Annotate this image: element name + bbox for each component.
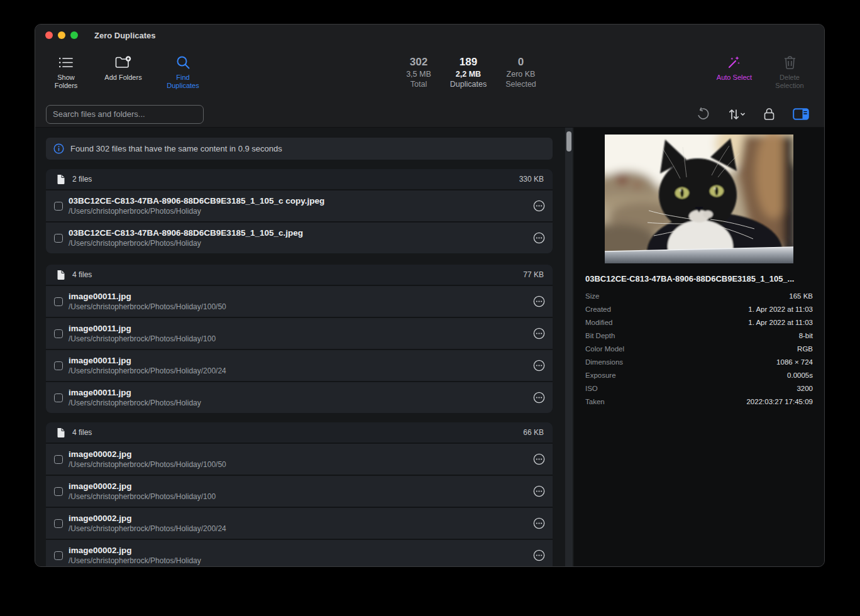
group-file-count: 4 files [72, 270, 92, 279]
file-info: image00011.jpg/Users/christopherbrock/Ph… [69, 292, 226, 311]
metadata-row: Size165 KB [585, 289, 813, 302]
file-name: image00002.jpg [69, 481, 216, 491]
metadata-label: Taken [585, 398, 605, 405]
stat-selected-count: 0 [518, 56, 524, 69]
minimize-button[interactable] [58, 31, 65, 39]
find-duplicates-label: Find Duplicates [161, 74, 205, 90]
file-info: image00011.jpg/Users/christopherbrock/Ph… [69, 356, 226, 375]
file-name: 03BC12CE-C813-47BA-8906-88D6CB9E3185_1_1… [69, 196, 324, 206]
add-folders-label: Add Folders [104, 74, 141, 82]
file-row[interactable]: image00011.jpg/Users/christopherbrock/Ph… [46, 286, 553, 317]
details-panel: 03BC12CE-C813-47BA-8906-88D6CB9E3185_1_1… [574, 128, 824, 567]
add-folders-button[interactable]: Add Folders [94, 55, 152, 90]
more-options-icon[interactable] [533, 232, 545, 244]
show-folders-button[interactable]: Show Folders [47, 55, 85, 90]
file-checkbox[interactable] [54, 361, 63, 370]
file-path: /Users/christopherbrock/Photos/Holiday [69, 207, 324, 216]
find-duplicates-button[interactable]: Find Duplicates [161, 55, 205, 90]
metadata-label: Bit Depth [585, 332, 615, 339]
file-info: image00011.jpg/Users/christopherbrock/Ph… [69, 388, 201, 407]
file-path: /Users/christopherbrock/Photos/Holiday/2… [69, 366, 226, 375]
trash-icon [783, 55, 797, 70]
file-checkbox[interactable] [54, 551, 63, 560]
file-path: /Users/christopherbrock/Photos/Holiday/1… [69, 302, 226, 311]
metadata-value: 8-bit [799, 332, 813, 339]
more-options-icon[interactable] [533, 327, 545, 339]
toolbar-left-group: Show Folders Add Folders Find Duplicates [47, 55, 205, 90]
delete-selection-button[interactable]: Delete Selection [770, 55, 809, 90]
file-path: /Users/christopherbrock/Photos/Holiday [69, 399, 201, 407]
search-magnifier-icon [176, 55, 190, 70]
file-row[interactable]: image00011.jpg/Users/christopherbrock/Ph… [46, 318, 553, 349]
file-row[interactable]: 03BC12CE-C813-47BA-8906-88D6CB9E3185_1_1… [46, 223, 553, 253]
file-checkbox[interactable] [54, 297, 63, 306]
file-row[interactable]: image00011.jpg/Users/christopherbrock/Ph… [46, 382, 553, 413]
file-row[interactable]: image00002.jpg/Users/christopherbrock/Ph… [46, 508, 553, 539]
scrollbar-track[interactable] [565, 128, 573, 567]
file-path: /Users/christopherbrock/Photos/Holiday [69, 556, 201, 565]
file-info: image00002.jpg/Users/christopherbrock/Ph… [69, 546, 201, 565]
more-options-icon[interactable] [533, 360, 545, 371]
file-checkbox[interactable] [54, 234, 63, 243]
metadata-value: 2022:03:27 17:45:09 [746, 398, 813, 405]
close-button[interactable] [45, 31, 53, 39]
file-info: image00002.jpg/Users/christopherbrock/Ph… [69, 481, 216, 501]
toolbar: Show Folders Add Folders Find Duplicates [35, 46, 824, 101]
file-name: image00011.jpg [69, 324, 216, 333]
toggle-sidebar-icon[interactable] [793, 108, 809, 120]
metadata-value: 1086 × 724 [776, 358, 813, 366]
file-checkbox[interactable] [54, 393, 63, 402]
metadata-value: RGB [797, 345, 813, 353]
metadata-label: ISO [585, 385, 598, 392]
show-folders-label: Show Folders [47, 74, 85, 90]
metadata-label: Size [585, 292, 599, 300]
more-options-icon[interactable] [533, 453, 545, 465]
zoom-button[interactable] [70, 31, 78, 39]
file-row[interactable]: image00011.jpg/Users/christopherbrock/Ph… [46, 350, 553, 381]
metadata-row: Dimensions1086 × 724 [585, 355, 813, 368]
file-name: image00002.jpg [69, 546, 201, 555]
file-info: image00002.jpg/Users/christopherbrock/Ph… [69, 514, 226, 533]
sort-order-icon[interactable] [728, 109, 746, 120]
stats-summary: 302 3,5 MB Total 189 2,2 MB Duplicates 0… [230, 55, 712, 89]
more-options-icon[interactable] [533, 517, 545, 529]
stat-total-count: 302 [410, 56, 427, 69]
metadata-label: Color Model [585, 345, 624, 353]
file-row[interactable]: image00002.jpg/Users/christopherbrock/Ph… [46, 476, 553, 507]
more-options-icon[interactable] [533, 549, 545, 561]
selected-file-title: 03BC12CE-C813-47BA-8906-88D6CB9E3185_1_1… [585, 274, 813, 283]
duplicate-group: 4 files66 KBimage00002.jpg/Users/christo… [46, 422, 553, 567]
auto-select-button[interactable]: Auto Select [712, 55, 756, 90]
more-options-icon[interactable] [533, 295, 545, 307]
scrollbar-thumb[interactable] [566, 131, 571, 151]
undo-icon[interactable] [697, 107, 710, 121]
file-info: image00011.jpg/Users/christopherbrock/Ph… [69, 324, 216, 343]
file-path: /Users/christopherbrock/Photos/Holiday/1… [69, 460, 226, 469]
file-row[interactable]: image00002.jpg/Users/christopherbrock/Ph… [46, 540, 553, 567]
file-checkbox[interactable] [54, 519, 63, 528]
file-row[interactable]: image00002.jpg/Users/christopherbrock/Ph… [46, 444, 553, 475]
stat-selected: 0 Zero KB Selected [505, 56, 536, 89]
file-checkbox[interactable] [54, 329, 63, 338]
content-area: Found 302 files that have the same conte… [35, 128, 824, 567]
auto-select-label: Auto Select [717, 74, 752, 82]
file-checkbox[interactable] [54, 455, 63, 464]
more-options-icon[interactable] [533, 200, 545, 212]
file-path: /Users/christopherbrock/Photos/Holiday/1… [69, 334, 216, 343]
file-icon [57, 270, 65, 280]
lock-icon[interactable] [764, 107, 775, 121]
metadata-row: Exposure0.0005s [585, 368, 813, 382]
stat-selected-label: Selected [505, 80, 536, 89]
file-path: /Users/christopherbrock/Photos/Holiday/2… [69, 524, 226, 533]
stat-total-label: Total [411, 80, 427, 89]
duplicate-group: 4 files77 KBimage00011.jpg/Users/christo… [46, 265, 553, 413]
file-checkbox[interactable] [54, 202, 63, 211]
more-options-icon[interactable] [533, 392, 545, 404]
metadata-row: Taken2022:03:27 17:45:09 [585, 395, 813, 408]
search-input[interactable] [46, 105, 204, 124]
more-options-icon[interactable] [533, 485, 545, 497]
file-checkbox[interactable] [54, 487, 63, 496]
file-row[interactable]: 03BC12CE-C813-47BA-8906-88D6CB9E3185_1_1… [46, 190, 553, 221]
metadata-value: 1. Apr 2022 at 11:03 [748, 319, 813, 326]
stat-selected-size: Zero KB [507, 70, 536, 79]
